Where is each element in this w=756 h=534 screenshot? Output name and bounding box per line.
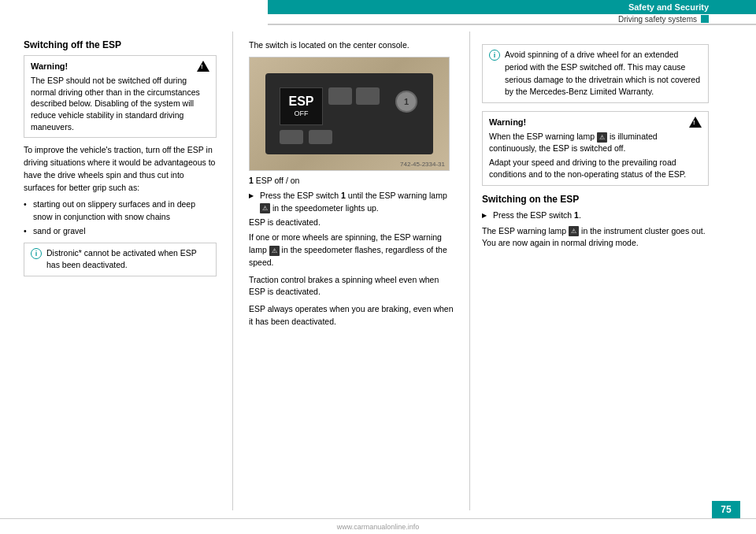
chapter-title-text: Safety and Security bbox=[628, 2, 709, 12]
section-dot bbox=[701, 15, 709, 23]
right-warning-icon bbox=[689, 117, 702, 128]
mid-text-1: If one or more wheels are spinning, the … bbox=[249, 232, 454, 269]
lamp-icon-4: ⚠ bbox=[569, 226, 579, 236]
right-warning-text-1: When the ESP warning lamp ⚠ is illuminat… bbox=[489, 131, 702, 154]
right-body-text: The ESP warning lamp ⚠ in the instrument… bbox=[482, 225, 709, 250]
right-warning-header: Warning! bbox=[489, 117, 702, 128]
warning-header: Warning! bbox=[31, 61, 209, 72]
deco-button-2 bbox=[356, 87, 380, 105]
right-warning-text-2: Adapt your speed and driving to the prev… bbox=[489, 157, 702, 180]
warning-triangle-icon bbox=[197, 61, 209, 72]
body-paragraph-1: To improve the vehicle's traction, turn … bbox=[24, 144, 217, 194]
left-divider bbox=[232, 32, 233, 510]
esp-text: ESP bbox=[288, 95, 313, 108]
deco-button-1 bbox=[328, 87, 352, 105]
esp-button: ESP OFF bbox=[280, 87, 323, 125]
lamp-icon-3: ⚠ bbox=[597, 132, 607, 143]
footer: www.carmanualonline.info bbox=[0, 518, 756, 534]
lamp-icon-2: ⚠ bbox=[269, 246, 280, 256]
button-1: 1 bbox=[395, 91, 417, 113]
left-warning-box: Warning! The ESP should not be switched … bbox=[24, 55, 217, 138]
right-info-text: Avoid spinning of a drive wheel for an e… bbox=[505, 49, 702, 98]
mid-arrow-item-1: Press the ESP switch 1 until the ESP war… bbox=[249, 190, 454, 215]
right-divider bbox=[469, 32, 470, 510]
mid-text-3: ESP always operates when you are braking… bbox=[249, 303, 454, 328]
deactivated-text: ESP is deactivated. bbox=[249, 217, 454, 227]
chapter-title: Safety and Security bbox=[268, 0, 756, 14]
header: Safety and Security Driving safety syste… bbox=[268, 0, 756, 25]
main-content: Switching off the ESP Warning! The ESP s… bbox=[0, 32, 756, 510]
mid-intro: The switch is located on the center cons… bbox=[249, 39, 454, 52]
subtitle-text: Driving safety systems bbox=[618, 15, 697, 24]
right-column: i Avoid spinning of a drive wheel for an… bbox=[474, 32, 756, 510]
right-section-title: Switching on the ESP bbox=[482, 194, 709, 205]
left-section-title: Switching off the ESP bbox=[24, 39, 217, 50]
left-info-box: i Distronic* cannot be activated when ES… bbox=[24, 243, 217, 277]
bullet-item-2: sand or gravel bbox=[24, 225, 217, 238]
left-column: Switching off the ESP Warning! The ESP s… bbox=[0, 32, 228, 510]
bullet-item-1: starting out on slippery surfaces and in… bbox=[24, 198, 217, 224]
warning-text: The ESP should not be switched off durin… bbox=[31, 75, 209, 132]
mid-column: The switch is located on the center cons… bbox=[237, 32, 465, 510]
footer-url: www.carmanualonline.info bbox=[337, 523, 420, 531]
right-info-icon: i bbox=[489, 50, 500, 61]
console-panel: ESP OFF 1 bbox=[265, 73, 433, 154]
deco-button-3 bbox=[280, 130, 303, 144]
image-caption: 1 ESP off / on bbox=[249, 176, 454, 185]
right-info-box: i Avoid spinning of a drive wheel for an… bbox=[482, 44, 709, 103]
right-warning-box: Warning! When the ESP warning lamp ⚠ is … bbox=[482, 111, 709, 186]
right-arrow-item: Press the ESP switch 1. bbox=[482, 210, 709, 222]
info-text: Distronic* cannot be activated when ESP … bbox=[46, 247, 209, 273]
esp-off-text: OFF bbox=[295, 109, 309, 117]
info-icon: i bbox=[31, 248, 42, 259]
esp-image: ESP OFF 1 742-45-2334-31 bbox=[249, 57, 450, 171]
mid-text-2: Traction control brakes a spinning wheel… bbox=[249, 274, 454, 299]
deco-button-4 bbox=[309, 130, 332, 144]
section-subtitle: Driving safety systems bbox=[268, 14, 756, 25]
image-reference: 742-45-2334-31 bbox=[400, 161, 445, 168]
lamp-icon-1: ⚠ bbox=[260, 203, 270, 213]
